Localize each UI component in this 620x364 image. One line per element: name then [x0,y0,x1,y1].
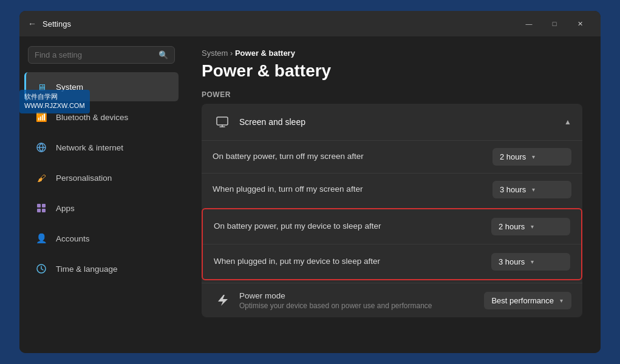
battery-screen-off-dropdown[interactable]: 2 hours ▾ [492,148,571,166]
svg-rect-3 [42,209,46,212]
sidebar-item-personal-label: Personalisation [56,174,112,183]
battery-sleep-row: On battery power, put my device to sleep… [203,209,581,244]
sidebar-item-time[interactable]: Time & language [24,254,179,283]
svg-rect-2 [37,209,41,212]
battery-screen-off-value: 2 hours [500,152,526,161]
section-label: Power [202,90,582,99]
svg-rect-0 [37,204,41,207]
pluggedin-sleep-dropdown[interactable]: 3 hours ▾ [491,253,570,271]
dropdown-chevron-3: ▾ [531,223,534,230]
power-mode-title: Power mode [239,291,484,300]
sidebar-item-apps[interactable]: Apps [24,194,179,223]
sidebar-item-time-label: Time & language [56,265,118,274]
pluggedin-sleep-label: When plugged in, put my device to sleep … [214,256,491,268]
svg-rect-5 [217,117,228,125]
titlebar: ← Settings — □ ✕ [19,11,601,36]
breadcrumb: System › Power & battery [202,49,582,58]
dropdown-chevron: ▾ [532,153,535,160]
sidebar-item-apps-label: Apps [56,204,75,213]
pluggedin-screen-off-dropdown[interactable]: 3 hours ▾ [492,181,571,198]
screen-icon [213,112,232,132]
search-icon: 🔍 [158,50,168,59]
power-mode-chevron: ▾ [560,297,563,304]
sidebar-item-personalisation[interactable]: 🖌 Personalisation [24,163,179,192]
sidebar-item-network[interactable]: Network & internet [24,133,179,162]
maximize-button[interactable]: □ [542,15,567,32]
dropdown-chevron-2: ▾ [532,186,535,193]
dropdown-chevron-4: ▾ [531,258,534,265]
pluggedin-screen-off-label: When plugged in, turn off my screen afte… [213,184,492,195]
pluggedin-sleep-row: When plugged in, put my device to sleep … [203,244,581,279]
pluggedin-screen-off-value: 3 hours [500,185,526,194]
screen-sleep-header[interactable]: Screen and sleep ▲ [202,104,582,140]
power-mode-value: Best performance [491,296,554,305]
accounts-icon: 👤 [33,230,50,247]
power-mode-info: Power mode Optimise your device based on… [239,291,484,310]
page-title: Power & battery [202,61,582,81]
minimize-button[interactable]: — [517,15,541,32]
window-controls: — □ ✕ [517,15,592,32]
pluggedin-screen-off-row: When plugged in, turn off my screen afte… [202,173,582,206]
search-box[interactable]: 🔍 [28,46,175,64]
close-button[interactable]: ✕ [568,15,592,32]
power-mode-dropdown[interactable]: Best performance ▾ [484,292,571,309]
network-icon [33,139,50,156]
content-area: 🔍 🖥 System 📶 Bluetooth & devices Network… [19,36,601,353]
sidebar-item-bluetooth-label: Bluetooth & devices [56,113,128,122]
pluggedin-sleep-value: 3 hours [499,257,525,266]
breadcrumb-current: Power & battery [235,49,295,58]
personalisation-icon: 🖌 [33,169,50,186]
apps-icon [33,200,50,217]
window-title: Settings [43,19,517,29]
screen-sleep-title: Screen and sleep [239,117,564,127]
battery-sleep-label: On battery power, put my device to sleep… [214,221,491,232]
watermark: 软件自学网WWW.RJZXW.COM [19,90,90,113]
time-icon [33,260,50,277]
breadcrumb-parent: System [202,49,228,58]
sleep-section-highlighted: On battery power, put my device to sleep… [202,208,582,280]
svg-rect-1 [42,204,46,207]
sidebar-item-accounts-label: Accounts [56,234,90,243]
screen-sleep-chevron: ▲ [564,118,571,126]
power-mode-icon [213,291,232,310]
settings-window: ← Settings — □ ✕ 🔍 🖥 System 📶 Bluetooth … [19,11,601,353]
battery-sleep-value: 2 hours [499,222,525,231]
breadcrumb-separator: › [230,49,235,58]
battery-screen-off-row: On battery power, turn off my screen aft… [202,140,582,173]
sidebar: 🔍 🖥 System 📶 Bluetooth & devices Network… [19,36,183,353]
power-mode-subtitle: Optimise your device based on power use … [239,302,484,310]
screen-sleep-card: Screen and sleep ▲ On battery power, tur… [202,104,582,317]
battery-sleep-dropdown[interactable]: 2 hours ▾ [491,218,570,235]
main-content: System › Power & battery Power & battery… [183,36,601,353]
search-input[interactable] [35,50,158,59]
back-button[interactable]: ← [28,19,36,29]
battery-screen-off-label: On battery power, turn off my screen aft… [213,151,492,163]
sidebar-item-network-label: Network & internet [56,143,123,152]
sidebar-item-accounts[interactable]: 👤 Accounts [24,224,179,253]
power-mode-row: Power mode Optimise your device based on… [202,283,582,317]
